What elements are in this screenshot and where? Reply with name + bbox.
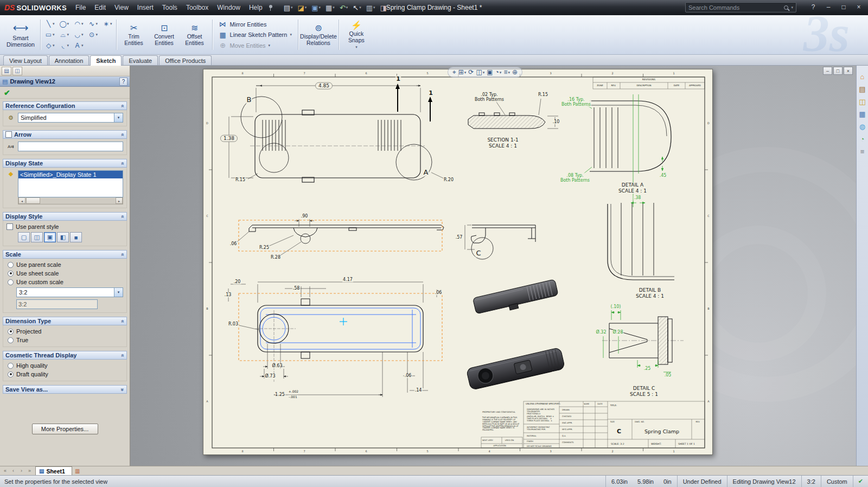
scale-radio-use-custom-scale[interactable]: [8, 279, 14, 285]
appearances-icon[interactable]: ◍: [859, 123, 865, 130]
arrow-header[interactable]: Arrow »: [3, 130, 127, 139]
display-delete-relations-button[interactable]: ⊚ Display/Delete Relations: [301, 17, 336, 53]
zoom-to-fit-button[interactable]: ⌖: [452, 69, 456, 75]
smart-dimension-button[interactable]: ⟷ Smart Dimension: [3, 17, 38, 53]
menu-file[interactable]: File: [71, 2, 90, 14]
title-block[interactable]: [481, 401, 705, 448]
document-restore-button[interactable]: □: [833, 67, 843, 75]
restore-button[interactable]: □: [837, 2, 851, 12]
menu-help[interactable]: Help: [245, 2, 267, 14]
quick-snaps-button[interactable]: ⚡ Quick Snaps ▾: [341, 17, 372, 53]
scroll-left-icon[interactable]: ◂: [18, 197, 25, 204]
dropdown-caret-icon[interactable]: ▾: [110, 22, 112, 26]
side-profile-view[interactable]: [237, 219, 444, 256]
dropdown-caret-icon[interactable]: ▾: [53, 33, 55, 37]
rectangle-tool-button[interactable]: ▭▾: [43, 29, 56, 40]
dropdown-caret-icon[interactable]: ▾: [333, 5, 335, 10]
save-button[interactable]: ▣▾: [310, 3, 322, 12]
front-view-selected[interactable]: [228, 282, 442, 397]
menu-view[interactable]: View: [110, 2, 133, 14]
search-input[interactable]: [688, 4, 781, 11]
undo-button[interactable]: ↶▾: [338, 3, 349, 12]
close-button[interactable]: ×: [852, 2, 866, 12]
tab-office-products[interactable]: Office Products: [159, 55, 212, 65]
sheet-tab-sheet1[interactable]: ▤ Sheet1: [35, 466, 72, 475]
dropdown-caret-icon[interactable]: ▾: [373, 5, 375, 10]
solidworks-resources-icon[interactable]: ⌂: [860, 73, 865, 80]
drawing-sheet[interactable]: 4.851.38BAR.15R.2011.02 Typ. Both Patter…: [203, 69, 713, 455]
view-palette-icon[interactable]: ▦: [859, 111, 865, 118]
arrow-checkbox[interactable]: [5, 131, 12, 138]
scroll-right-icon[interactable]: ▸: [116, 197, 123, 204]
dropdown-caret-icon[interactable]: ▾: [319, 5, 321, 10]
print-button[interactable]: ▦▾: [324, 3, 336, 12]
dropdown-caret-icon[interactable]: ▾: [67, 33, 69, 37]
hidden-lines-removed-style-button[interactable]: ▣: [44, 232, 56, 242]
expand-chevron-icon[interactable]: »: [120, 388, 126, 391]
top-view[interactable]: [229, 84, 444, 182]
help-button[interactable]: ?: [806, 2, 820, 12]
dropdown-caret-icon[interactable]: ▾: [67, 22, 69, 26]
graphics-area[interactable]: ⌖⊞▾⟳◫▾▣◔▾≡▾⊕ –□×: [130, 66, 856, 466]
offset-entities-button[interactable]: ≋ Offset Entities: [180, 17, 210, 53]
display-state-list[interactable]: <Simplified>_Display State 1: [18, 170, 123, 197]
dropdown-caret-icon[interactable]: ▾: [96, 22, 98, 26]
collapse-chevron-icon[interactable]: »: [120, 215, 126, 218]
menu-insert[interactable]: Insert: [133, 2, 158, 14]
design-library-icon[interactable]: ▤: [859, 86, 865, 93]
document-minimize-button[interactable]: –: [823, 67, 832, 75]
scrollbar-thumb[interactable]: [26, 197, 40, 204]
detail-a-view[interactable]: [590, 101, 671, 171]
dropdown-caret-icon[interactable]: ▾: [53, 43, 55, 48]
file-explorer-icon[interactable]: ◫: [859, 98, 865, 105]
dropdown-caret-icon[interactable]: ▾: [96, 33, 98, 37]
wireframe-style-button[interactable]: ▢: [18, 232, 30, 242]
custom-properties-icon[interactable]: ≡: [860, 148, 865, 155]
cosmetic-thread-radio-draft-quality[interactable]: [8, 371, 14, 377]
dropdown-caret-icon[interactable]: ▾: [81, 43, 84, 48]
rotate-view-button[interactable]: ⟳: [468, 69, 474, 75]
ellipse-tool-button[interactable]: ⊙▾: [86, 29, 100, 40]
section-view[interactable]: [468, 99, 558, 129]
slot-tool-button[interactable]: ⌓▾: [58, 29, 71, 40]
save-view-as-header[interactable]: Save View as... »: [3, 385, 127, 394]
select-button[interactable]: ↖▾: [351, 3, 362, 12]
dropdown-caret-icon[interactable]: ▾: [508, 71, 510, 74]
collapse-chevron-icon[interactable]: »: [120, 133, 126, 136]
ok-confirm-button[interactable]: ✔: [4, 88, 10, 97]
collapse-chevron-icon[interactable]: »: [120, 162, 126, 165]
tab-annotation[interactable]: Annotation: [49, 55, 90, 65]
new-document-button[interactable]: ▤▾: [282, 3, 295, 12]
tab-evaluate[interactable]: Evaluate: [123, 55, 158, 65]
edit-appearance-button[interactable]: ⊕: [512, 69, 518, 75]
display-style-header[interactable]: Display Style »: [3, 212, 127, 221]
help-button[interactable]: ?: [119, 78, 127, 86]
display-state-header[interactable]: Display State »: [3, 159, 127, 168]
collapse-chevron-icon[interactable]: »: [120, 354, 126, 357]
dropdown-caret-icon[interactable]: ▾: [81, 33, 84, 37]
arrow-label-input[interactable]: [18, 142, 123, 151]
search-caret-icon[interactable]: ▾: [791, 5, 793, 10]
custom-scale-input[interactable]: [16, 299, 98, 309]
tangent-arc-tool-button[interactable]: ◡▾: [72, 29, 85, 40]
combo-arrow-icon[interactable]: ▾: [114, 113, 123, 122]
shaded-with-edges-style-button[interactable]: ◧: [57, 232, 69, 242]
cosmetic-thread-radio-high-quality[interactable]: [8, 363, 14, 369]
arc-tool-button[interactable]: ◠▾: [72, 18, 85, 29]
menu-window[interactable]: Window: [213, 2, 245, 14]
configuration-combo[interactable]: Simplified ▾: [18, 113, 123, 123]
dimension-type-radio-projected[interactable]: [8, 329, 14, 335]
mirror-entities-button[interactable]: ⋈ Mirror Entities: [216, 19, 295, 29]
rebuild-button[interactable]: ▥▾: [365, 3, 377, 12]
tab-view-layout[interactable]: View Layout: [3, 55, 48, 65]
dimension-type-header[interactable]: Dimension Type »: [3, 317, 127, 325]
menu-edit[interactable]: Edit: [90, 2, 110, 14]
line-tool-button[interactable]: ╲▾: [43, 18, 56, 29]
reference-configuration-header[interactable]: Reference Configuration »: [3, 101, 127, 110]
minimize-button[interactable]: –: [821, 2, 835, 12]
shaded-view-bottom[interactable]: [466, 347, 565, 390]
use-parent-style-checkbox[interactable]: [7, 223, 13, 230]
search-icon[interactable]: [784, 5, 788, 10]
open-document-button[interactable]: ◪▾: [296, 3, 308, 12]
dropdown-caret-icon[interactable]: ▾: [67, 43, 69, 48]
